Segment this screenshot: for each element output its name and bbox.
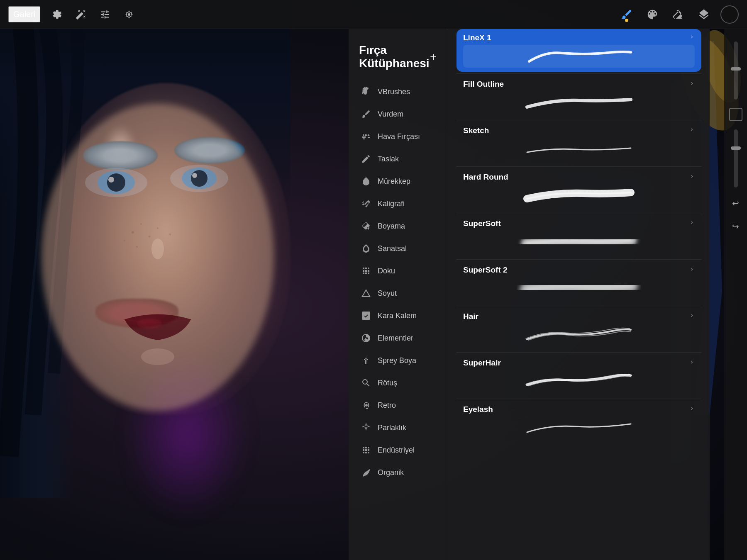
right-sidebar: ↩ ↪ [724,29,747,560]
brush-item-eyelash[interactable]: Eyelash [456,401,701,443]
color-swatch[interactable] [720,5,739,24]
brush-preview-supersoft [463,231,695,253]
brush-chevron-superhair [689,359,695,367]
brush-name-superhair: SuperHair [463,358,501,368]
category-item-vurdem[interactable]: Vurdem [352,103,444,125]
svg-point-5 [157,227,159,229]
brush-chevron-sketch [689,127,695,134]
brush-preview-eyelash [463,416,695,439]
category-label-parlaklik: Parlaklık [378,424,406,432]
brush-item-superhair[interactable]: SuperHair [456,354,701,397]
svg-point-7 [136,246,138,248]
svg-point-4 [124,240,125,241]
selection-icon[interactable] [122,7,137,22]
panel-header: Fırça Kütüphanesi + [349,37,448,80]
spray-icon [360,355,372,366]
category-item-parlaklik[interactable]: Parlaklık [352,416,444,439]
category-label-hava-fircasi: Hava Fırçası [378,132,420,141]
category-item-rotus[interactable]: Rötuş [352,372,444,394]
category-label-vbrushes: VBrushes [378,88,410,96]
category-item-doku[interactable]: Doku [352,260,444,282]
topbar-left: Galeri [8,6,137,22]
yin-yang-icon [360,332,372,344]
reference-button[interactable] [729,108,742,121]
svg-point-16 [151,239,164,259]
category-item-sanatsal[interactable]: Sanatsal [352,237,444,260]
category-item-kara-kalem[interactable]: Kara Kalem [352,304,444,327]
smudge-tool-icon[interactable] [643,5,662,24]
settings-icon[interactable] [49,7,64,22]
brush-item-fill-outline[interactable]: Fill Outline [456,75,701,118]
brush-size-slider[interactable] [734,41,738,100]
brush-chevron-hair [689,313,695,320]
layers-tool-icon[interactable] [695,5,713,24]
brush-separator [456,73,701,74]
calligraphy-icon [360,198,372,209]
category-item-soyut[interactable]: Soyut [352,282,444,304]
brush-name-supersoft: SuperSoft [463,219,501,228]
brush-preview-superhair [463,370,695,393]
brush-name-eyelash: Eyelash [463,405,493,414]
svg-point-2 [140,223,142,225]
gallery-button[interactable]: Galeri [8,6,40,22]
brush-item-sketch[interactable]: Sketch [456,122,701,165]
category-item-hava-fircasi[interactable]: Hava Fırçası [352,125,444,148]
brush-item-linex1[interactable]: LineX 1 [456,29,701,72]
brush-separator [456,259,701,260]
categories-container: VBrushesVurdemHava FırçasıTaslakMürekkep… [349,80,448,484]
category-label-sanatsal: Sanatsal [378,244,407,253]
ink-drop-icon [360,175,372,187]
brush-preview-linex1 [463,45,695,68]
brush-separator [456,213,701,213]
brush-item-supersoft[interactable]: SuperSoft [456,215,701,258]
svg-point-6 [169,234,171,236]
brush-chevron-supersoft2 [689,266,695,274]
pencil-box-icon [360,310,372,321]
category-item-vbrushes[interactable]: VBrushes [352,80,444,103]
category-item-endustriyel[interactable]: Endüstriyel [352,439,444,461]
brush-item-hair[interactable]: Hair [456,308,701,351]
category-label-boyama: Boyama [378,222,405,231]
category-item-taslak[interactable]: Taslak [352,148,444,170]
svg-point-11 [108,177,114,183]
panel-title: Fırça Kütüphanesi [359,44,430,70]
brush-item-supersoft2[interactable]: SuperSoft 2 [456,261,701,304]
leaf-icon [360,467,372,478]
category-label-soyut: Soyut [378,289,397,298]
paint-drop-icon [360,220,372,232]
brush-item-hard-round[interactable]: Hard Round [456,168,701,211]
magic-wand-icon[interactable] [73,7,88,22]
category-label-endustriyel: Endüstriyel [378,446,415,455]
brush-preview-supersoft2 [463,277,695,300]
brush-chevron-eyelash [689,406,695,413]
category-item-sprey-boya[interactable]: Sprey Boya [352,349,444,372]
brush-stroke-icon [360,108,372,120]
add-brush-button[interactable]: + [430,49,437,64]
category-item-boyama[interactable]: Boyama [352,215,444,237]
brush-categories-list: Fırça Kütüphanesi + VBrushesVurdemHava F… [349,29,448,560]
brush-chevron-hard-round [689,173,695,181]
brush-opacity-slider[interactable] [734,129,738,187]
brush-separator [456,306,701,306]
brush-name-hard-round: Hard Round [463,173,508,182]
category-label-taslak: Taslak [378,155,399,163]
brush-opacity-slider-container [734,129,738,187]
brush-separator [456,166,701,167]
brush-tool-icon[interactable] [618,5,636,24]
redo-button[interactable]: ↪ [728,219,743,234]
category-label-rotus: Rötuş [378,379,397,387]
brush-name-fill-outline: Fill Outline [463,80,504,89]
category-item-elementler[interactable]: Elementler [352,327,444,349]
undo-button[interactable]: ↩ [728,196,743,211]
category-item-retro[interactable]: Retro [352,394,444,416]
triangle-icon [360,287,372,299]
adjustments-icon[interactable] [98,7,112,22]
svg-point-17 [137,319,162,329]
category-item-murekkep[interactable]: Mürekkep [352,170,444,192]
brush-name-sketch: Sketch [463,126,489,135]
eraser-tool-icon[interactable] [669,5,687,24]
category-item-organik[interactable]: Organik [352,461,444,484]
brush-name-linex1: LineX 1 [463,33,491,42]
category-item-kaligrafi[interactable]: Kaligrafi [352,192,444,215]
sparkle-icon [360,422,372,433]
